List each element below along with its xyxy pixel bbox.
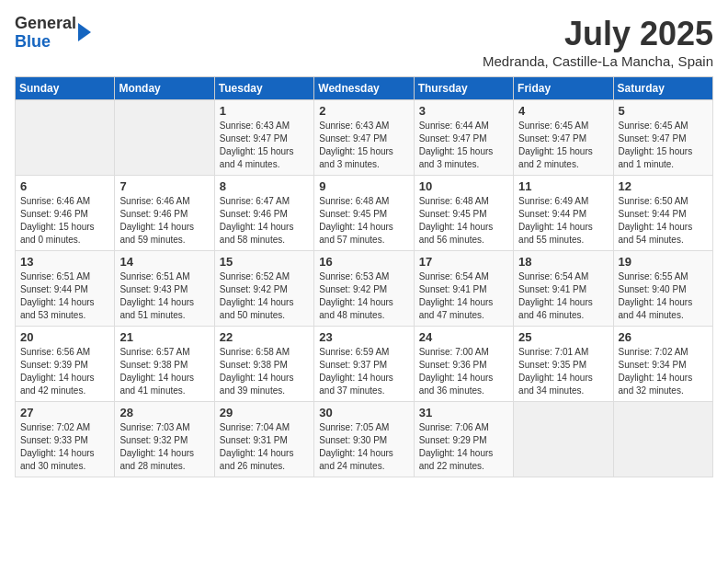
day-number: 9 <box>319 179 408 193</box>
day-number: 13 <box>20 255 109 269</box>
day-number: 4 <box>518 104 608 118</box>
day-number: 3 <box>419 104 508 118</box>
day-number: 21 <box>119 330 209 344</box>
calendar-cell: 22Sunrise: 6:58 AM Sunset: 9:38 PM Dayli… <box>214 327 313 402</box>
calendar-cell: 31Sunrise: 7:06 AM Sunset: 9:29 PM Dayli… <box>414 402 513 477</box>
day-info: Sunrise: 6:54 AM Sunset: 9:41 PM Dayligh… <box>518 270 608 322</box>
day-info: Sunrise: 6:53 AM Sunset: 9:42 PM Dayligh… <box>319 270 408 322</box>
day-number: 22 <box>220 330 309 344</box>
calendar-week-2: 6Sunrise: 6:46 AM Sunset: 9:46 PM Daylig… <box>16 176 713 251</box>
weekday-thursday: Thursday <box>414 77 513 100</box>
calendar-cell: 20Sunrise: 6:56 AM Sunset: 9:39 PM Dayli… <box>16 327 115 402</box>
day-number: 8 <box>220 179 309 193</box>
day-info: Sunrise: 6:43 AM Sunset: 9:47 PM Dayligh… <box>220 120 309 171</box>
day-info: Sunrise: 6:51 AM Sunset: 9:44 PM Dayligh… <box>20 270 109 322</box>
calendar-cell: 15Sunrise: 6:52 AM Sunset: 9:42 PM Dayli… <box>214 251 313 327</box>
day-number: 26 <box>619 330 708 344</box>
calendar-body: 1Sunrise: 6:43 AM Sunset: 9:47 PM Daylig… <box>16 100 713 477</box>
day-info: Sunrise: 6:44 AM Sunset: 9:47 PM Dayligh… <box>419 120 508 171</box>
day-number: 12 <box>619 179 708 193</box>
calendar-week-5: 27Sunrise: 7:02 AM Sunset: 9:33 PM Dayli… <box>16 402 713 477</box>
weekday-saturday: Saturday <box>613 77 712 100</box>
calendar-cell: 11Sunrise: 6:49 AM Sunset: 9:44 PM Dayli… <box>514 176 613 251</box>
day-info: Sunrise: 6:57 AM Sunset: 9:38 PM Dayligh… <box>119 346 209 397</box>
day-info: Sunrise: 6:46 AM Sunset: 9:46 PM Dayligh… <box>119 195 209 247</box>
weekday-friday: Friday <box>514 77 613 100</box>
calendar-cell: 1Sunrise: 6:43 AM Sunset: 9:47 PM Daylig… <box>214 100 313 176</box>
day-info: Sunrise: 7:02 AM Sunset: 9:34 PM Dayligh… <box>619 346 708 397</box>
calendar-cell: 10Sunrise: 6:48 AM Sunset: 9:45 PM Dayli… <box>414 176 513 251</box>
calendar-cell: 8Sunrise: 6:47 AM Sunset: 9:46 PM Daylig… <box>214 176 313 251</box>
day-number: 6 <box>20 179 109 193</box>
day-number: 23 <box>319 330 408 344</box>
calendar-cell: 12Sunrise: 6:50 AM Sunset: 9:44 PM Dayli… <box>613 176 712 251</box>
page-header: General Blue July 2025 Medranda, Castill… <box>15 15 713 69</box>
calendar-cell: 29Sunrise: 7:04 AM Sunset: 9:31 PM Dayli… <box>214 402 313 477</box>
weekday-header-row: SundayMondayTuesdayWednesdayThursdayFrid… <box>16 77 713 100</box>
calendar-cell: 16Sunrise: 6:53 AM Sunset: 9:42 PM Dayli… <box>314 251 414 327</box>
calendar-cell: 25Sunrise: 7:01 AM Sunset: 9:35 PM Dayli… <box>514 327 613 402</box>
day-number: 29 <box>220 406 309 419</box>
day-info: Sunrise: 6:54 AM Sunset: 9:41 PM Dayligh… <box>419 270 508 322</box>
logo-arrow-icon <box>78 23 91 41</box>
day-number: 11 <box>518 179 608 193</box>
calendar-cell: 9Sunrise: 6:48 AM Sunset: 9:45 PM Daylig… <box>314 176 414 251</box>
location-title: Medranda, Castille-La Mancha, Spain <box>483 53 713 69</box>
day-number: 28 <box>119 406 209 419</box>
day-number: 18 <box>518 255 608 269</box>
day-number: 7 <box>119 179 209 193</box>
day-number: 27 <box>20 406 109 419</box>
calendar-cell: 26Sunrise: 7:02 AM Sunset: 9:34 PM Dayli… <box>613 327 712 402</box>
day-number: 14 <box>119 255 209 269</box>
day-number: 1 <box>220 104 309 118</box>
calendar-cell <box>115 100 214 176</box>
calendar-cell <box>16 100 115 176</box>
day-info: Sunrise: 6:56 AM Sunset: 9:39 PM Dayligh… <box>20 346 109 397</box>
day-info: Sunrise: 6:52 AM Sunset: 9:42 PM Dayligh… <box>220 270 309 322</box>
day-number: 19 <box>619 255 708 269</box>
calendar-cell: 7Sunrise: 6:46 AM Sunset: 9:46 PM Daylig… <box>115 176 214 251</box>
day-info: Sunrise: 6:43 AM Sunset: 9:47 PM Dayligh… <box>319 120 408 171</box>
day-number: 20 <box>20 330 109 344</box>
day-number: 31 <box>419 406 508 419</box>
day-number: 17 <box>419 255 508 269</box>
logo: General Blue <box>15 15 91 52</box>
day-info: Sunrise: 6:48 AM Sunset: 9:45 PM Dayligh… <box>319 195 408 247</box>
day-number: 5 <box>619 104 708 118</box>
calendar-cell: 18Sunrise: 6:54 AM Sunset: 9:41 PM Dayli… <box>514 251 613 327</box>
day-info: Sunrise: 6:45 AM Sunset: 9:47 PM Dayligh… <box>518 120 608 171</box>
calendar-week-3: 13Sunrise: 6:51 AM Sunset: 9:44 PM Dayli… <box>16 251 713 327</box>
weekday-wednesday: Wednesday <box>314 77 414 100</box>
day-number: 25 <box>518 330 608 344</box>
calendar-cell: 17Sunrise: 6:54 AM Sunset: 9:41 PM Dayli… <box>414 251 513 327</box>
day-info: Sunrise: 7:06 AM Sunset: 9:29 PM Dayligh… <box>419 421 508 473</box>
calendar-cell: 2Sunrise: 6:43 AM Sunset: 9:47 PM Daylig… <box>314 100 414 176</box>
day-number: 16 <box>319 255 408 269</box>
calendar-cell: 23Sunrise: 6:59 AM Sunset: 9:37 PM Dayli… <box>314 327 414 402</box>
weekday-tuesday: Tuesday <box>214 77 313 100</box>
calendar-week-4: 20Sunrise: 6:56 AM Sunset: 9:39 PM Dayli… <box>16 327 713 402</box>
day-info: Sunrise: 6:45 AM Sunset: 9:47 PM Dayligh… <box>619 120 708 171</box>
day-info: Sunrise: 6:59 AM Sunset: 9:37 PM Dayligh… <box>319 346 408 397</box>
calendar-cell: 13Sunrise: 6:51 AM Sunset: 9:44 PM Dayli… <box>16 251 115 327</box>
day-info: Sunrise: 6:47 AM Sunset: 9:46 PM Dayligh… <box>220 195 309 247</box>
day-info: Sunrise: 6:46 AM Sunset: 9:46 PM Dayligh… <box>20 195 109 247</box>
calendar-cell <box>613 402 712 477</box>
calendar-cell: 14Sunrise: 6:51 AM Sunset: 9:43 PM Dayli… <box>115 251 214 327</box>
day-info: Sunrise: 6:51 AM Sunset: 9:43 PM Dayligh… <box>119 270 209 322</box>
day-info: Sunrise: 6:50 AM Sunset: 9:44 PM Dayligh… <box>619 195 708 247</box>
calendar-cell: 3Sunrise: 6:44 AM Sunset: 9:47 PM Daylig… <box>414 100 513 176</box>
calendar-cell: 30Sunrise: 7:05 AM Sunset: 9:30 PM Dayli… <box>314 402 414 477</box>
calendar-cell: 21Sunrise: 6:57 AM Sunset: 9:38 PM Dayli… <box>115 327 214 402</box>
calendar-cell: 5Sunrise: 6:45 AM Sunset: 9:47 PM Daylig… <box>613 100 712 176</box>
title-block: July 2025 Medranda, Castille-La Mancha, … <box>483 15 713 69</box>
day-info: Sunrise: 6:49 AM Sunset: 9:44 PM Dayligh… <box>518 195 608 247</box>
calendar-cell: 24Sunrise: 7:00 AM Sunset: 9:36 PM Dayli… <box>414 327 513 402</box>
day-number: 2 <box>319 104 408 118</box>
day-info: Sunrise: 7:03 AM Sunset: 9:32 PM Dayligh… <box>119 421 209 473</box>
calendar-table: SundayMondayTuesdayWednesdayThursdayFrid… <box>15 76 713 477</box>
day-info: Sunrise: 7:01 AM Sunset: 9:35 PM Dayligh… <box>518 346 608 397</box>
day-info: Sunrise: 6:55 AM Sunset: 9:40 PM Dayligh… <box>619 270 708 322</box>
logo-text: General Blue <box>15 15 76 52</box>
day-info: Sunrise: 7:02 AM Sunset: 9:33 PM Dayligh… <box>20 421 109 473</box>
